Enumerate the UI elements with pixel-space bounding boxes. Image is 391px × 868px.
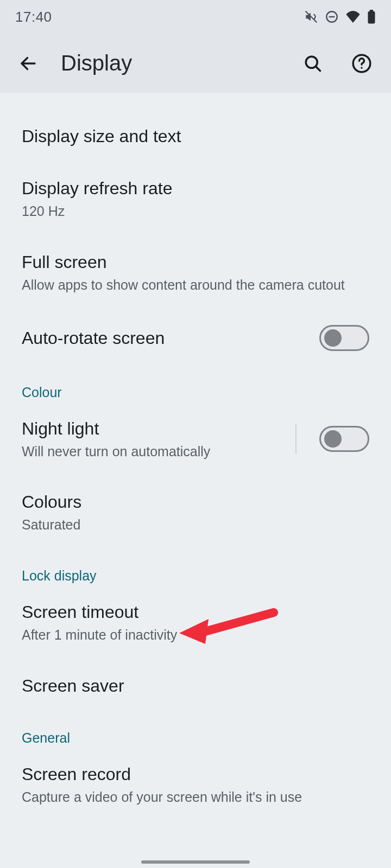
- page-title: Display: [61, 51, 280, 75]
- setting-subtitle: 120 Hz: [22, 202, 369, 221]
- setting-display-refresh-rate[interactable]: Display refresh rate 120 Hz: [0, 162, 391, 236]
- setting-title: Screen record: [22, 763, 369, 785]
- setting-title: Full screen: [22, 251, 369, 273]
- status-icons: [304, 10, 376, 24]
- divider: [295, 424, 297, 454]
- setting-subtitle: Allow apps to show content around the ca…: [22, 276, 369, 295]
- setting-colours[interactable]: Colours Saturated: [0, 476, 391, 550]
- auto-rotate-toggle[interactable]: [319, 325, 369, 351]
- setting-screen-saver[interactable]: Screen saver: [0, 660, 391, 712]
- setting-title: Auto-rotate screen: [22, 327, 310, 349]
- setting-screen-timeout[interactable]: Screen timeout After 1 minute of inactiv…: [0, 586, 391, 660]
- setting-title: Screen timeout: [22, 601, 369, 623]
- status-bar: 17:40: [0, 0, 391, 34]
- app-bar: Display: [0, 34, 391, 93]
- setting-subtitle: Will never turn on automatically: [22, 443, 281, 461]
- svg-point-9: [361, 67, 362, 68]
- gesture-handle[interactable]: [141, 860, 250, 864]
- setting-title: Display size and text: [22, 125, 369, 147]
- back-button[interactable]: [15, 50, 41, 76]
- section-header-colour: Colour: [0, 366, 391, 403]
- setting-title: Display refresh rate: [22, 177, 369, 199]
- setting-display-size-text[interactable]: Display size and text: [0, 110, 391, 162]
- status-time: 17:40: [15, 9, 52, 25]
- help-icon: [351, 53, 372, 74]
- setting-subtitle: Saturated: [22, 516, 369, 534]
- wifi-icon: [345, 11, 361, 23]
- setting-auto-rotate[interactable]: Auto-rotate screen: [0, 310, 391, 366]
- svg-rect-4: [368, 11, 375, 24]
- setting-screen-record[interactable]: Screen record Capture a video of your sc…: [0, 748, 391, 834]
- help-button[interactable]: [349, 50, 375, 76]
- svg-line-7: [316, 66, 320, 71]
- setting-title: Colours: [22, 491, 369, 513]
- settings-list: Display size and text Display refresh ra…: [0, 93, 391, 834]
- search-button[interactable]: [300, 50, 326, 76]
- section-header-general: General: [0, 712, 391, 748]
- arrow-left-icon: [18, 54, 38, 73]
- battery-icon: [367, 10, 376, 24]
- section-header-lock-display: Lock display: [0, 550, 391, 586]
- setting-title: Screen saver: [22, 675, 369, 697]
- setting-night-light[interactable]: Night light Will never turn on automatic…: [0, 403, 391, 476]
- setting-full-screen[interactable]: Full screen Allow apps to show content a…: [0, 236, 391, 310]
- setting-title: Night light: [22, 418, 281, 439]
- mute-icon: [304, 10, 318, 24]
- night-light-toggle[interactable]: [319, 426, 369, 452]
- setting-subtitle: After 1 minute of inactivity: [22, 626, 369, 644]
- search-icon: [303, 54, 323, 73]
- setting-subtitle: Capture a video of your screen while it'…: [22, 788, 369, 807]
- dnd-icon: [325, 10, 339, 24]
